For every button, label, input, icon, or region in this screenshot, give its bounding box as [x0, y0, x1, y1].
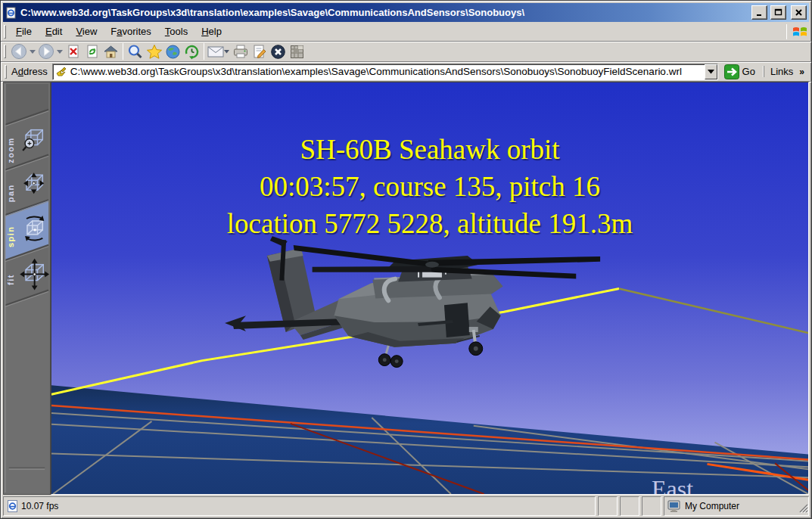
wrl-file-icon: [55, 66, 68, 78]
close-icon: [795, 8, 803, 17]
close-button[interactable]: [791, 5, 807, 20]
edit-button[interactable]: [250, 42, 269, 61]
mail-button[interactable]: [207, 42, 231, 61]
menu-help[interactable]: Help: [194, 23, 229, 39]
status-panel: [620, 496, 639, 516]
menu-bar: File Edit View Favorites Tools Help: [1, 22, 811, 42]
chevron-down-icon: [30, 50, 36, 54]
menu-tools[interactable]: Tools: [158, 23, 194, 39]
back-dropdown[interactable]: [28, 42, 36, 61]
history-icon: [184, 44, 200, 60]
menu-edit[interactable]: Edit: [39, 23, 69, 39]
back-button[interactable]: [9, 42, 28, 61]
chevron-down-icon: [57, 50, 63, 54]
edit-icon: [252, 44, 267, 59]
minimize-icon: [755, 8, 764, 17]
vrml-scene: [51, 82, 808, 494]
links-chevron-icon: »: [799, 67, 804, 77]
sidebar-label-zoom: zoom: [6, 137, 15, 163]
status-fps-panel: 10.07 fps: [3, 496, 596, 516]
toolbar-separator: [204, 43, 204, 60]
sidebar-label-spin: spin: [6, 226, 15, 247]
go-icon: [724, 64, 739, 79]
back-icon: [11, 43, 27, 60]
maximize-button[interactable]: [770, 5, 786, 20]
search-button[interactable]: [126, 42, 145, 61]
my-computer-icon: [667, 500, 682, 512]
3d-viewport[interactable]: SH-60B Seahawk orbit 00:03:57, course 13…: [51, 82, 809, 495]
star-icon: [146, 44, 163, 60]
status-zone-panel: My Computer: [664, 496, 809, 516]
forward-dropdown[interactable]: [55, 42, 64, 61]
discuss-button[interactable]: [269, 42, 288, 61]
address-bar: Address Go Links »: [1, 62, 811, 82]
address-combo: [52, 64, 718, 80]
history-button[interactable]: [182, 42, 201, 61]
resize-grip[interactable]: [798, 502, 808, 515]
refresh-button[interactable]: [82, 42, 101, 61]
ie-page-icon: [7, 500, 18, 512]
ie-document-icon: [5, 7, 17, 19]
media-button[interactable]: [163, 42, 182, 61]
address-grip[interactable]: [5, 65, 7, 79]
window-title: C:\www.web3d.org\TaskGroups\x3d\translat…: [20, 7, 748, 18]
menu-separator: [786, 24, 787, 39]
resize-grip-icon: [798, 502, 808, 513]
toolbar-separator: [123, 43, 123, 60]
address-dropdown[interactable]: [705, 64, 717, 79]
mail-icon: [207, 44, 230, 59]
browser-window: C:\www.web3d.org\TaskGroups\x3d\translat…: [0, 0, 812, 519]
go-button[interactable]: Go: [721, 64, 761, 80]
refresh-icon: [85, 44, 100, 59]
status-panel: [642, 496, 661, 516]
status-panel: [598, 496, 618, 516]
sidebar-label-fit: fit: [6, 274, 15, 285]
discuss-icon: [270, 44, 286, 60]
research-icon: [290, 45, 304, 59]
favorites-button[interactable]: [145, 42, 163, 61]
minimize-button[interactable]: [751, 5, 767, 20]
stop-button[interactable]: [64, 42, 82, 61]
go-label: Go: [742, 66, 755, 77]
zone-label: My Computer: [685, 501, 739, 511]
search-icon: [127, 44, 143, 60]
address-label: Address: [11, 66, 48, 77]
links-bar[interactable]: Links »: [764, 66, 809, 77]
toolbar-grip[interactable]: [4, 45, 6, 58]
home-icon: [103, 44, 119, 59]
globe-icon: [165, 44, 181, 60]
title-bar[interactable]: C:\www.web3d.org\TaskGroups\x3d\translat…: [3, 3, 809, 22]
sidebar-label-pan: pan: [6, 184, 15, 202]
forward-icon: [38, 43, 54, 60]
status-bar: 10.07 fps My Computer: [3, 496, 809, 516]
vrml-nav-sidebar: zoom pan: [3, 82, 51, 495]
windows-logo-icon: [790, 23, 810, 41]
content-area: zoom pan: [3, 82, 809, 495]
address-input[interactable]: [70, 65, 705, 79]
vrml-nav-toolbar: zoom pan: [4, 82, 50, 494]
menu-favorites[interactable]: Favorites: [104, 23, 157, 39]
fps-value: 10.07 fps: [21, 501, 58, 511]
toolbar: [1, 42, 811, 62]
research-button[interactable]: [288, 42, 306, 61]
links-label: Links: [770, 66, 793, 77]
stop-icon: [66, 44, 81, 59]
menu-grip[interactable]: [4, 25, 6, 39]
home-button[interactable]: [101, 42, 120, 61]
printer-icon: [232, 44, 249, 59]
chevron-down-icon: [708, 70, 714, 74]
menu-view[interactable]: View: [69, 23, 104, 39]
menu-file[interactable]: File: [9, 23, 39, 39]
forward-button[interactable]: [36, 42, 55, 61]
maximize-icon: [774, 8, 782, 17]
print-button[interactable]: [231, 42, 250, 61]
